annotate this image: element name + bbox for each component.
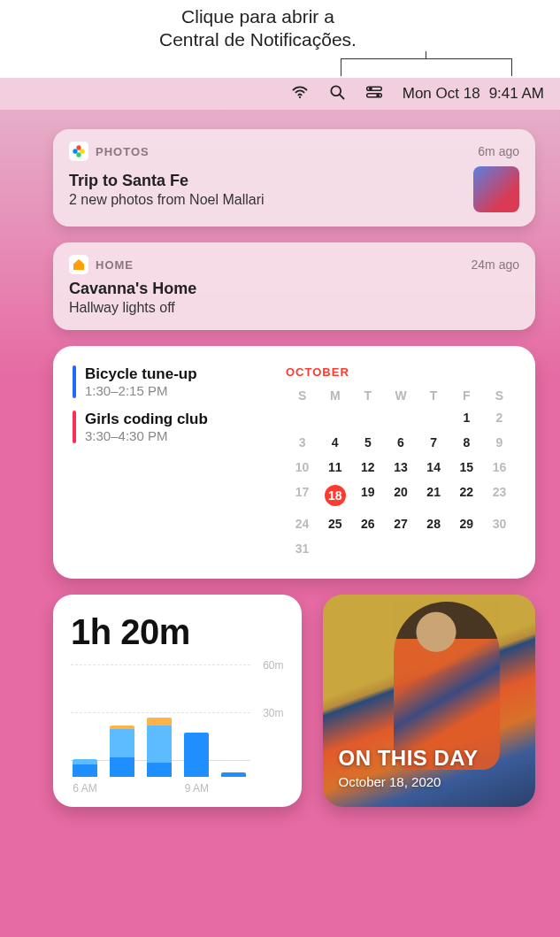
photos-memory-date: October 18, 2020	[339, 774, 479, 789]
menu-bar-time: 9:41 AM	[489, 85, 544, 103]
home-icon	[69, 255, 88, 274]
calendar-day[interactable]: 27	[384, 511, 417, 536]
event-time: 1:30–2:15 PM	[85, 383, 197, 398]
chart-bar	[110, 726, 134, 777]
wifi-icon[interactable]	[291, 83, 309, 105]
event-title: Girls coding club	[85, 411, 208, 428]
notification-title: Cavanna's Home	[69, 280, 519, 298]
menu-bar-clock[interactable]: Mon Oct 18 9:41 AM	[403, 85, 544, 103]
x-tick: 9 AM	[184, 782, 209, 795]
calendar-event[interactable]: Girls coding club 3:30–4:30 PM	[73, 411, 270, 443]
photos-memory-title: ON THIS DAY	[339, 746, 479, 771]
notification-title: Trip to Santa Fe	[69, 172, 463, 190]
calendar-day-today[interactable]: 18	[318, 480, 351, 511]
calendar-dow: S	[483, 386, 516, 405]
svg-point-7	[76, 145, 81, 150]
calendar-grid: SMTWTFS123456789101112131415161718192021…	[286, 386, 516, 561]
photos-memory-widget[interactable]: ON THIS DAY October 18, 2020	[323, 595, 536, 807]
calendar-month-label: OCTOBER	[286, 365, 516, 379]
event-color-bar	[73, 411, 76, 443]
notification-center: PHOTOS 6m ago Trip to Santa Fe 2 new pho…	[0, 110, 560, 826]
calendar-dow: S	[286, 386, 318, 405]
month-calendar: OCTOBER SMTWTFS1234567891011121314151617…	[286, 365, 516, 561]
calendar-day[interactable]	[318, 405, 351, 430]
svg-point-8	[80, 149, 84, 153]
calendar-day[interactable]	[351, 405, 384, 430]
desktop: Mon Oct 18 9:41 AM PHOTOS 6m ago Trip to…	[0, 78, 560, 937]
calendar-day[interactable]: 31	[286, 536, 318, 561]
calendar-day[interactable]: 19	[351, 480, 384, 511]
calendar-day[interactable]: 28	[418, 511, 450, 536]
calendar-day[interactable]: 13	[384, 455, 417, 480]
event-color-bar	[73, 365, 76, 398]
calendar-day[interactable]: 14	[418, 455, 450, 480]
calendar-day[interactable]: 5	[351, 430, 384, 455]
control-center-icon[interactable]	[365, 83, 383, 105]
screen-time-widget[interactable]: 1h 20m 60m 30m 6 AM9 AM	[53, 595, 302, 807]
calendar-day[interactable]: 1	[450, 405, 483, 430]
calendar-widget[interactable]: Bicycle tune-up 1:30–2:15 PM Girls codin…	[53, 346, 535, 579]
calendar-day[interactable]: 4	[318, 430, 351, 455]
svg-point-6	[376, 93, 380, 96]
notification-time: 6m ago	[478, 144, 519, 158]
calendar-day[interactable]: 24	[286, 511, 318, 536]
calendar-day[interactable]: 10	[286, 455, 318, 480]
calendar-day[interactable]: 6	[384, 430, 417, 455]
calendar-day[interactable]: 26	[351, 511, 384, 536]
chart-bar	[147, 718, 172, 777]
calendar-day[interactable]: 2	[483, 405, 516, 430]
calendar-day[interactable]: 25	[318, 511, 351, 536]
menu-bar-date: Mon Oct 18	[403, 85, 480, 103]
x-tick	[221, 782, 246, 795]
calendar-day[interactable]: 16	[483, 455, 516, 480]
calendar-dow: W	[384, 386, 417, 405]
calendar-day[interactable]: 20	[384, 480, 417, 511]
search-icon[interactable]	[328, 83, 346, 105]
notification-thumbnail	[473, 166, 519, 212]
calendar-day[interactable]: 8	[450, 430, 483, 455]
notification-subtitle: Hallway lights off	[69, 300, 519, 316]
notification-subtitle: 2 new photos from Noel Mallari	[69, 192, 463, 208]
calendar-day[interactable]: 9	[483, 430, 516, 455]
calendar-event[interactable]: Bicycle tune-up 1:30–2:15 PM	[73, 365, 270, 398]
notification-home[interactable]: HOME 24m ago Cavanna's Home Hallway ligh…	[53, 242, 535, 330]
chart-bar	[184, 733, 209, 777]
calendar-dow: M	[318, 386, 351, 405]
event-time: 3:30–4:30 PM	[85, 428, 208, 443]
calendar-day[interactable]: 30	[483, 511, 516, 536]
notification-time: 24m ago	[472, 257, 519, 272]
svg-point-9	[76, 152, 81, 157]
screen-time-chart: 60m 30m 6 AM9 AM	[71, 661, 284, 796]
menu-bar: Mon Oct 18 9:41 AM	[0, 78, 560, 110]
calendar-day[interactable]: 29	[450, 511, 483, 536]
chart-bar	[73, 759, 97, 777]
calendar-day[interactable]: 22	[450, 480, 483, 511]
photo-thumbnail	[394, 602, 500, 770]
calendar-day[interactable]: 7	[418, 430, 450, 455]
svg-point-10	[73, 149, 77, 153]
notification-photos[interactable]: PHOTOS 6m ago Trip to Santa Fe 2 new pho…	[53, 129, 535, 227]
calendar-day[interactable]: 21	[418, 480, 450, 511]
svg-line-2	[340, 94, 344, 98]
calendar-day[interactable]	[286, 405, 318, 430]
calendar-day[interactable]: 11	[318, 455, 351, 480]
chart-bar	[221, 772, 246, 777]
calendar-day[interactable]: 17	[286, 480, 318, 511]
calendar-day[interactable]: 15	[450, 455, 483, 480]
calendar-day[interactable]	[418, 405, 450, 430]
notification-app-name: PHOTOS	[96, 145, 471, 158]
calendar-dow: F	[450, 386, 483, 405]
calendar-day[interactable]: 23	[483, 480, 516, 511]
callout-stem	[426, 51, 426, 58]
screen-time-total: 1h 20m	[71, 612, 284, 652]
y-tick: 60m	[263, 659, 283, 672]
notification-app-name: HOME	[96, 258, 464, 272]
calendar-day[interactable]	[384, 405, 417, 430]
calendar-dow: T	[351, 386, 384, 405]
x-tick	[147, 782, 172, 795]
x-tick	[110, 782, 134, 795]
calendar-day[interactable]: 12	[351, 455, 384, 480]
x-tick: 6 AM	[73, 782, 97, 795]
svg-point-4	[369, 87, 372, 90]
calendar-day[interactable]: 3	[286, 430, 318, 455]
